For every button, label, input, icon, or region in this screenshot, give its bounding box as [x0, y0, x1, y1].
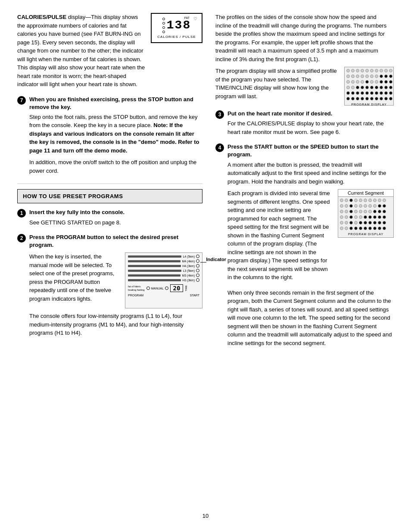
mode-buttons: fat of fabric healing feeling	[128, 285, 145, 291]
cs-1-1	[340, 199, 343, 202]
calories-label: CALORIES / PULSE	[157, 35, 196, 39]
d-2-7	[375, 75, 378, 78]
cs-5-3	[349, 221, 353, 224]
d-4-9	[384, 86, 388, 89]
console-button-row: PROGRAM START	[128, 294, 199, 297]
right-para1: The profiles on the sides of the console…	[215, 13, 394, 63]
cs-3-5	[359, 210, 362, 213]
prog-label-2: M4 (4km)	[182, 260, 195, 263]
step-3-content: Put on the heart rate monitor if desired…	[227, 110, 394, 140]
cs-4-8	[373, 215, 377, 219]
d-6-5	[365, 97, 369, 100]
cs-6-9	[378, 227, 381, 230]
cs-2-10	[383, 204, 386, 208]
d-3-7	[375, 80, 378, 84]
cs-6-10	[383, 227, 386, 230]
d-4-6	[370, 86, 374, 89]
d-4-4	[361, 86, 364, 89]
calories-pulse-section: CALORIES/PULSE display—This display show…	[17, 13, 202, 92]
d-5-7	[375, 91, 378, 95]
program-btn-label: PROGRAM	[128, 294, 143, 297]
prog-line-1: L4 (5km)	[128, 255, 199, 258]
btn-dot-2	[165, 286, 168, 290]
prog-label-4: L3 (5km)	[183, 269, 195, 272]
calories-display-inner: 138	[162, 18, 191, 33]
d-3-3	[356, 80, 359, 84]
cs-2-4	[354, 204, 358, 208]
d-1-9	[384, 69, 388, 72]
cs-3-10	[383, 210, 386, 213]
d-6-6	[370, 97, 374, 100]
cs-3-4	[354, 210, 358, 213]
cs-3-3	[349, 210, 353, 213]
cs-4-3	[349, 215, 353, 219]
calories-heading: CALORIES/PULSE	[17, 14, 66, 20]
d-1-7	[375, 69, 378, 72]
step-7-text2: In addition, move the on/off switch to t…	[29, 158, 202, 175]
cs-5-2	[345, 221, 348, 224]
d-3-10	[389, 80, 392, 84]
step-7-text1: Step onto the foot rails, press the STOP…	[29, 113, 202, 155]
step-3-heading: Put on the heart rate monitor if desired…	[227, 110, 394, 118]
program-display-label-2: PROGRAM DISPLAY	[340, 233, 392, 236]
cs-2-3	[349, 204, 353, 208]
cs-1-10	[383, 199, 386, 202]
step-4-container: 4 Press the START button or the SPEED bu…	[215, 143, 394, 351]
prog-bar-6	[128, 279, 181, 281]
d-1-2	[351, 69, 355, 72]
divider	[17, 184, 202, 184]
cs-1-5	[359, 199, 362, 202]
d-5-5	[365, 91, 369, 95]
cs-1-2	[345, 199, 348, 202]
step-3-text: For the CALORIES/PULSE display to show y…	[227, 119, 394, 136]
d-4-8	[380, 86, 383, 89]
cs-6-7	[368, 227, 372, 230]
prog-bar-1	[128, 255, 181, 258]
time-vertical-label: TIME	[185, 285, 187, 291]
step-2-text-block: When the key is inserted, the manual mod…	[29, 252, 121, 306]
cs-4-5	[359, 215, 362, 219]
step-7-circle: 7	[17, 96, 26, 105]
prog-line-3: H4 (3km)	[128, 264, 199, 268]
cs-6-5	[359, 227, 362, 230]
d-1-5	[365, 69, 369, 72]
prog-bar-3	[128, 265, 181, 267]
d-4-1	[346, 86, 350, 89]
d-4-3	[356, 86, 359, 89]
lcd-dot-3	[162, 26, 165, 29]
page: CALORIES/PULSE display—This display show…	[0, 0, 411, 532]
time-display: 20	[170, 284, 183, 292]
indicator-arrow	[200, 260, 207, 264]
cs-1-8	[373, 199, 377, 202]
step-1-content: Insert the key fully into the console. S…	[29, 208, 202, 230]
d-1-3	[356, 69, 359, 72]
cs-4-4	[354, 215, 358, 219]
prog-line-6: H3 (3km)	[128, 278, 199, 282]
d-6-3	[356, 97, 359, 100]
page-number: 10	[17, 513, 394, 519]
program-lines: L4 (5km) M4 (4km)	[128, 255, 199, 282]
step-4-heading: Press the START button or the SPEED butt…	[227, 143, 394, 159]
step-4-text1: A moment after the button is pressed, th…	[227, 161, 394, 186]
prog-dot-2	[196, 259, 199, 263]
cs-1-7	[368, 199, 372, 202]
btn-dot-1	[146, 286, 150, 290]
console-diagram: L4 (5km) M4 (4km)	[125, 252, 202, 308]
d-5-2	[351, 91, 355, 95]
d-2-8	[380, 75, 383, 78]
d-6-9	[384, 97, 388, 100]
cs-2-6	[364, 204, 367, 208]
d-5-4	[361, 91, 364, 95]
prog-label-1: L4 (5km)	[183, 255, 195, 258]
fat-mode-label: fat of fabric	[128, 285, 145, 288]
d-5-9	[384, 91, 388, 95]
console-diagram-wrapper: L4 (5km) M4 (4km)	[125, 252, 202, 308]
cs-1-6	[364, 199, 367, 202]
d-3-5	[365, 80, 369, 84]
lcd-dot-4	[162, 31, 165, 33]
cs-dot-grid	[340, 199, 392, 232]
prog-line-5: M3 (4km)	[128, 274, 199, 277]
d-3-6	[370, 80, 374, 84]
cs-4-6	[364, 215, 367, 219]
healthy-mode-label: healing feeling	[128, 289, 145, 291]
